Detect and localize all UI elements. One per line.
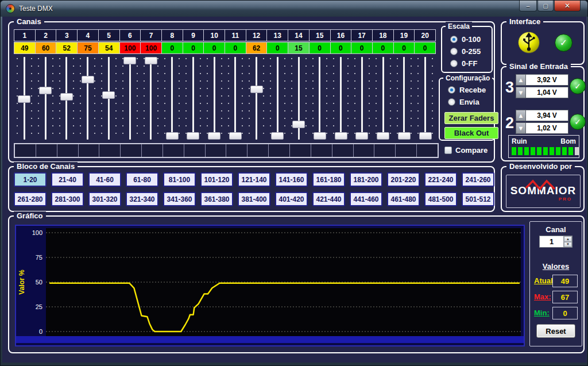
canal-spin-down-icon[interactable]: ▼ (564, 242, 572, 248)
bloco-button-161-180[interactable]: 161-180 (312, 172, 345, 187)
fader-thumb[interactable] (145, 57, 157, 64)
bloco-button-121-140[interactable]: 121-140 (238, 172, 270, 187)
radio-icon[interactable] (448, 98, 455, 106)
radio-icon[interactable] (450, 60, 458, 67)
radio-escala-0-ff[interactable]: 0-FF (450, 59, 492, 68)
maximize-button[interactable]: ▢ (537, 1, 554, 11)
chart-side-panel: Canal 1 ▲ ▼ Valores Atual49Max:67Min:0 R… (529, 221, 582, 346)
radio-config-envia[interactable]: Envia (448, 98, 494, 106)
channel-fader[interactable] (98, 56, 119, 141)
channel-fader[interactable] (351, 56, 373, 141)
bloco-button-201-220[interactable]: 201-220 (387, 172, 420, 187)
bloco-button-341-360[interactable]: 341-360 (163, 192, 196, 206)
bloco-button-461-480[interactable]: 461-480 (387, 192, 420, 206)
channel-fader[interactable] (204, 56, 225, 141)
bloco-button-21-40[interactable]: 21-40 (51, 172, 84, 187)
bloco-button-221-240[interactable]: 221-240 (424, 172, 457, 187)
bloco-button-1-20[interactable]: 1-20 (14, 172, 47, 187)
fader-thumb[interactable] (123, 57, 136, 64)
channel-fader[interactable] (35, 56, 56, 141)
fader-thumb[interactable] (18, 95, 30, 103)
radio-escala-0-255[interactable]: 0-255 (450, 47, 492, 56)
bloco-button-81-100[interactable]: 81-100 (163, 172, 196, 187)
channel-header-cell: 5 (99, 30, 120, 41)
zerar-faders-button[interactable]: Zerar Faders (444, 112, 498, 124)
channel-fader[interactable] (394, 56, 415, 141)
close-button[interactable]: ✕ (554, 1, 581, 11)
bloco-button-41-60[interactable]: 41-60 (88, 172, 121, 187)
fader-thumb[interactable] (250, 86, 263, 93)
fader-thumb[interactable] (355, 132, 368, 140)
bloco-button-381-400[interactable]: 381-400 (238, 192, 270, 206)
channel-fader[interactable] (415, 56, 436, 141)
bloco-button-181-200[interactable]: 181-200 (350, 172, 382, 187)
bloco-button-101-120[interactable]: 101-120 (200, 172, 233, 187)
canal-spin-up-icon[interactable]: ▲ (564, 236, 572, 242)
fader-thumb[interactable] (229, 132, 242, 140)
reset-button[interactable]: Reset (536, 324, 575, 338)
channel-fader[interactable] (56, 56, 78, 141)
minimize-button[interactable]: – (519, 1, 537, 11)
bloco-button-361-380[interactable]: 361-380 (200, 192, 233, 206)
bloco-button-261-280[interactable]: 261-280 (14, 192, 47, 206)
bloco-button-321-340[interactable]: 321-340 (126, 192, 158, 206)
radio-escala-0-100[interactable]: 0-100 (450, 35, 492, 44)
channel-fader[interactable] (288, 56, 310, 141)
radio-icon[interactable] (450, 48, 458, 55)
channel-fader[interactable] (225, 56, 246, 141)
channel-fader[interactable] (267, 56, 288, 141)
radio-config-recebe[interactable]: Recebe (448, 86, 494, 94)
bloco-button-141-160[interactable]: 141-160 (275, 172, 308, 187)
fader-thumb[interactable] (60, 93, 73, 101)
fader-thumb[interactable] (335, 132, 347, 140)
fader-thumb[interactable] (82, 76, 94, 83)
channel-fader[interactable] (373, 56, 394, 141)
bloco-button-61-80[interactable]: 61-80 (126, 172, 158, 187)
bloco-button-481-500[interactable]: 481-500 (424, 192, 457, 206)
fader-thumb[interactable] (314, 132, 326, 140)
valores-row-value: 49 (552, 275, 578, 287)
fader-track (340, 57, 342, 140)
fader-track (129, 57, 131, 140)
channel-fader[interactable] (77, 56, 98, 141)
channel-header-cell: 20 (415, 30, 435, 41)
fader-thumb[interactable] (377, 132, 389, 140)
channel-fader[interactable] (330, 56, 351, 141)
channel-value-cell: 100 (120, 43, 141, 53)
black-out-button[interactable]: Black Out (444, 127, 498, 139)
bloco-button-441-460[interactable]: 441-460 (350, 192, 382, 206)
bloco-button-501-512[interactable]: 501-512 (462, 192, 494, 206)
channel-fader[interactable] (183, 56, 204, 141)
channel-fader[interactable] (246, 56, 267, 141)
fader-thumb[interactable] (187, 132, 199, 140)
channel-header-cell: 8 (162, 30, 183, 41)
channel-fader[interactable] (141, 56, 162, 141)
radio-icon[interactable] (450, 36, 458, 43)
fader-thumb[interactable] (398, 132, 411, 140)
bloco-button-281-300[interactable]: 281-300 (51, 192, 84, 206)
bloco-button-401-420[interactable]: 401-420 (275, 192, 308, 206)
fader-thumb[interactable] (102, 91, 115, 99)
channel-fader[interactable] (161, 56, 183, 141)
compare-cell (247, 144, 269, 157)
fader-thumb[interactable] (292, 121, 305, 128)
bloco-button-301-320[interactable]: 301-320 (88, 192, 121, 206)
meter-segment (531, 147, 535, 155)
channel-fader[interactable] (119, 56, 141, 141)
fader-thumb[interactable] (419, 132, 432, 140)
escala-group-title: Escala (446, 22, 472, 31)
fader-thumb[interactable] (166, 132, 179, 140)
arrow-up-icon: ▲ (516, 74, 526, 86)
canal-spinner[interactable]: 1 ▲ ▼ (539, 236, 572, 248)
compare-checkbox[interactable] (444, 147, 452, 154)
fader-thumb[interactable] (271, 132, 284, 140)
channel-fader[interactable] (310, 56, 331, 141)
bloco-button-421-440[interactable]: 421-440 (312, 192, 345, 206)
radio-icon[interactable] (448, 86, 455, 94)
fader-thumb[interactable] (39, 87, 52, 94)
channel-fader[interactable] (14, 56, 35, 141)
bloco-button-241-260[interactable]: 241-260 (462, 172, 494, 187)
title-bar[interactable]: Teste DMX – ▢ ✕ (1, 1, 587, 17)
compare-cell (57, 144, 79, 157)
fader-thumb[interactable] (208, 132, 220, 140)
